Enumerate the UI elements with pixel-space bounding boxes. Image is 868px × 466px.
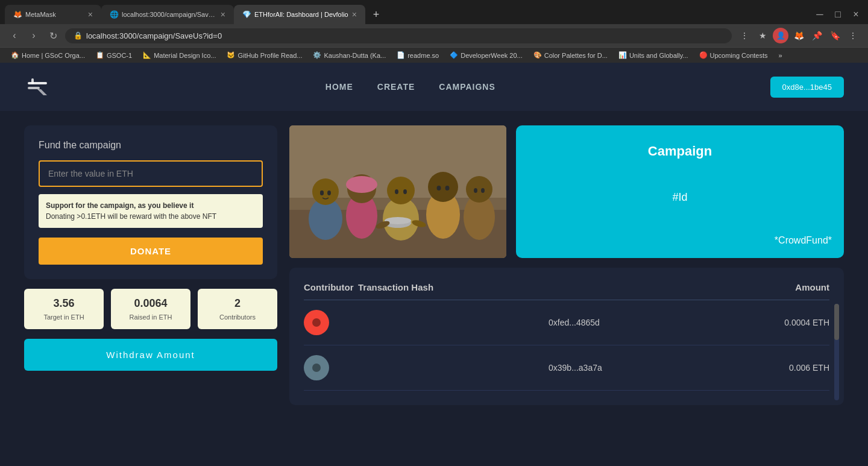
app-wrapper: HOME CREATE CAMPAIGNS 0xd8e...1be45 Fund… xyxy=(0,63,868,436)
extension-metamask[interactable]: 🦊 xyxy=(791,28,807,43)
amount-value-2: 0.006 ETH xyxy=(739,363,829,373)
tx-hash-value-2: 0x39b...a3a7a xyxy=(549,363,733,373)
main-content: Fund the campaign Support for the campai… xyxy=(0,111,868,420)
bookmark-material-design[interactable]: 📐 Material Design Ico... xyxy=(138,50,221,60)
ethforall-tab-icon: 💎 xyxy=(242,10,251,19)
right-panel: Campaign #Id *CrowdFund* Contributor Tra… xyxy=(277,125,844,405)
campaign-info-card: Campaign #Id *CrowdFund* xyxy=(516,125,844,258)
contributor-avatar-2 xyxy=(304,355,352,380)
contributions-section: Contributor Transaction Hash Amount xyxy=(289,268,844,405)
bookmark-readme-icon: 📄 xyxy=(397,51,405,59)
bookmark-units-icon: 📊 xyxy=(618,51,627,59)
tab-ethforall-close[interactable]: × xyxy=(352,10,357,19)
amount-value-1: 0.0004 ETH xyxy=(739,318,829,327)
col-header-tx-hash: Transaction Hash xyxy=(358,282,542,292)
tab-campaign-label: localhost:3000/campaign/SaveU... xyxy=(122,11,217,18)
new-tab-button[interactable]: + xyxy=(368,6,385,23)
nav-link-campaigns[interactable]: CAMPAIGNS xyxy=(439,82,495,92)
browser-chrome: 🦊 MetaMask × 🌐 localhost:3000/campaign/S… xyxy=(0,0,868,63)
scrollbar-thumb[interactable] xyxy=(834,304,839,340)
avatar-gray xyxy=(304,355,329,380)
extensions-icon[interactable]: ⋮ xyxy=(737,28,752,43)
bookmark-kaushan-icon: ⚙️ xyxy=(313,51,321,59)
bookmark-kaushan[interactable]: ⚙️ Kaushan-Dutta (Ka... xyxy=(308,50,391,60)
bookmark-github-profile[interactable]: 🐱 GitHub Profile Read... xyxy=(222,50,307,60)
stat-contributors: 2 Contributors xyxy=(198,289,277,329)
bookmark-units[interactable]: 📊 Units and Globally... xyxy=(614,50,693,60)
scrollbar-track[interactable] xyxy=(834,304,839,400)
tab-campaign[interactable]: 🌐 localhost:3000/campaign/SaveU... × xyxy=(101,5,234,24)
back-button[interactable]: ‹ xyxy=(7,28,22,43)
nft-info-box: Support for the campaign, as you believe… xyxy=(39,194,263,228)
stat-target-label: Target in ETH xyxy=(30,313,98,321)
bookmark-home-gsoc-label: Home | GSoC Orga... xyxy=(22,52,85,59)
bookmark-icon[interactable]: ★ xyxy=(755,28,770,43)
maximize-button[interactable]: □ xyxy=(831,7,845,22)
tx-hash-value-1: 0xfed...4865d xyxy=(549,318,733,327)
table-body: 0xfed...4865d 0.0004 ETH 0x39b...a3a7a 0… xyxy=(304,300,829,391)
minimize-button[interactable]: ─ xyxy=(813,7,827,22)
campaign-card-title: Campaign xyxy=(528,143,832,159)
refresh-button[interactable]: ↻ xyxy=(46,28,60,43)
close-button[interactable]: × xyxy=(849,7,863,22)
extension-bookmark2[interactable]: 🔖 xyxy=(827,28,843,43)
table-row: 0x39b...a3a7a 0.006 ETH xyxy=(304,345,829,391)
tab-ethforall[interactable]: 💎 ETHforAll: Dashboard | Devfolio × xyxy=(234,5,365,24)
bookmark-devweek[interactable]: 🔷 DeveloperWeek 20... xyxy=(445,50,527,60)
bookmark-units-label: Units and Globally... xyxy=(629,52,688,59)
tab-ethforall-label: ETHforAll: Dashboard | Devfolio xyxy=(254,11,348,18)
bookmark-readme-label: readme.so xyxy=(407,52,439,59)
more-options-icon[interactable]: ⋮ xyxy=(845,28,861,43)
tab-metamask[interactable]: 🦊 MetaMask × xyxy=(5,5,101,24)
contributor-avatar-1 xyxy=(304,310,352,335)
table-header: Contributor Transaction Hash Amount xyxy=(304,282,829,300)
donate-button[interactable]: DONATE xyxy=(39,238,263,265)
campaign-image-section: Campaign #Id *CrowdFund* xyxy=(289,125,844,258)
fund-card: Fund the campaign Support for the campai… xyxy=(24,125,277,279)
campaign-image-svg xyxy=(289,125,506,258)
address-bar[interactable]: 🔒 localhost:3000/campaign/SaveUs?id=0 xyxy=(65,28,732,43)
nav-logo[interactable] xyxy=(24,74,51,100)
bookmark-devweek-icon: 🔷 xyxy=(450,51,458,59)
col-header-amount: Amount xyxy=(739,282,829,292)
stat-raised-value: 0.0064 xyxy=(117,297,184,310)
logo-icon xyxy=(24,74,51,100)
bookmark-home-gsoc[interactable]: 🏠 Home | GSoC Orga... xyxy=(6,50,90,60)
wallet-address-button[interactable]: 0xd8e...1be45 xyxy=(770,77,844,98)
bookmark-contests-icon: 🔴 xyxy=(699,51,708,59)
avatar-dot-1 xyxy=(312,318,321,327)
bookmark-material-design-icon: 📐 xyxy=(143,51,151,59)
stat-target-eth: 3.56 Target in ETH xyxy=(24,289,104,329)
bookmark-readme[interactable]: 📄 readme.so xyxy=(392,50,444,60)
table-row: 0xfed...4865d 0.0004 ETH xyxy=(304,300,829,345)
nav-link-home[interactable]: HOME xyxy=(326,82,353,92)
bookmark-color-palettes[interactable]: 🎨 Color Palettes for D... xyxy=(529,50,612,60)
col-header-empty xyxy=(549,282,733,292)
stat-raised-label: Raised in ETH xyxy=(117,313,184,321)
browser-toolbar: ‹ › ↻ 🔒 localhost:3000/campaign/SaveUs?i… xyxy=(0,24,868,47)
extension-unknown[interactable]: 📌 xyxy=(809,28,825,43)
bookmark-gsoc1[interactable]: 📋 GSOC-1 xyxy=(91,50,137,60)
bookmark-material-design-label: Material Design Ico... xyxy=(154,52,216,59)
forward-button[interactable]: › xyxy=(27,28,41,43)
avatar-dot-2 xyxy=(312,364,321,372)
bookmark-contests-label: Upcoming Contests xyxy=(710,52,768,59)
nav-links: HOME CREATE CAMPAIGNS xyxy=(326,82,495,92)
tab-campaign-close[interactable]: × xyxy=(221,10,225,19)
logo-svg xyxy=(25,75,49,99)
bookmark-upcoming-contests[interactable]: 🔴 Upcoming Contests xyxy=(694,50,773,60)
toolbar-icons: ⋮ ★ 👤 🦊 📌 🔖 ⋮ xyxy=(737,28,861,43)
stats-card: 3.56 Target in ETH 0.0064 Raised in ETH … xyxy=(24,289,277,329)
bookmark-more[interactable]: » xyxy=(774,51,787,60)
metamask-tab-icon: 🦊 xyxy=(13,10,22,19)
nav-link-create[interactable]: CREATE xyxy=(377,82,415,92)
bookmark-color-icon: 🎨 xyxy=(533,51,542,59)
profile-icon[interactable]: 👤 xyxy=(773,28,788,43)
app-nav: HOME CREATE CAMPAIGNS 0xd8e...1be45 xyxy=(0,63,868,111)
avatar-red xyxy=(304,310,329,335)
tab-metamask-close[interactable]: × xyxy=(88,10,93,19)
withdraw-button[interactable]: Withdraw Amount xyxy=(24,339,277,371)
eth-value-input[interactable] xyxy=(39,160,263,187)
fund-title: Fund the campaign xyxy=(39,140,263,151)
svg-rect-30 xyxy=(289,125,506,258)
